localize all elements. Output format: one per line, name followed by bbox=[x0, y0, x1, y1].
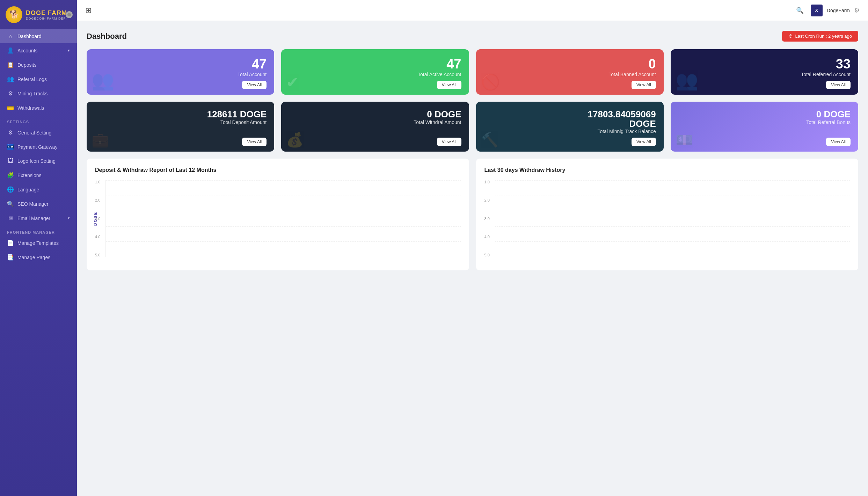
page-title: Dashboard bbox=[87, 32, 127, 41]
logo-title-plain: DOGE bbox=[26, 9, 48, 16]
sidebar-item-accounts[interactable]: 👤 Accounts ▾ bbox=[0, 43, 77, 58]
view-all-button[interactable]: View All bbox=[242, 138, 267, 146]
stats-row-2: 128611 DOGE Total Deposit Amount View Al… bbox=[87, 102, 858, 152]
manage-pages-icon: 📑 bbox=[7, 254, 14, 261]
stat-number: 47 bbox=[289, 57, 461, 72]
stat-card-mining-balance: 17803.84059069 DOGE Total Minnig Track B… bbox=[476, 102, 664, 152]
content-area: Dashboard ⏱ Last Cron Run : 2 years ago … bbox=[77, 21, 868, 496]
card-icon: 🚫 bbox=[481, 73, 500, 91]
sidebar-item-payment-gateway[interactable]: 🏧 Payment Gateway bbox=[0, 140, 77, 154]
stat-number: 0 bbox=[484, 57, 656, 72]
stat-label: Total Withdral Amount bbox=[289, 119, 461, 125]
frontend-manager-section-label: FRONTEND MANAGER bbox=[0, 225, 77, 236]
search-icon[interactable]: 🔍 bbox=[796, 7, 804, 14]
stat-card-deposit-amount: 128611 DOGE Total Deposit Amount View Al… bbox=[87, 102, 274, 152]
stat-card-total-referred: 33 Total Referred Account View All 👥 bbox=[671, 49, 858, 95]
sidebar-item-seo-manager[interactable]: 🔍 SEO Manager bbox=[0, 197, 77, 211]
sidebar-item-mining-tracks[interactable]: ⚙ Mining Tracks bbox=[0, 86, 77, 101]
sidebar-item-label: Manage Pages bbox=[17, 255, 50, 260]
view-all-button[interactable]: View All bbox=[437, 138, 461, 146]
logo-image: 🐕 bbox=[6, 6, 22, 23]
y-label: 5.0 bbox=[484, 253, 492, 257]
sidebar-item-label: General Setting bbox=[17, 130, 51, 136]
stat-card-total-account: 47 Total Account View All 👥 bbox=[87, 49, 274, 95]
sidebar-item-withdrawals[interactable]: 💳 Withdrawals bbox=[0, 101, 77, 115]
logo-text: DOGE FARM DOGECOIN FARM DEFI bbox=[26, 9, 67, 20]
sidebar-item-label: Referral Logs bbox=[17, 76, 47, 82]
sidebar-item-label: Email Manager bbox=[17, 216, 50, 221]
stat-label: Total Minnig Track Balance bbox=[484, 129, 656, 134]
view-all-button[interactable]: View All bbox=[437, 81, 461, 89]
sidebar-item-manage-templates[interactable]: 📄 Manage Templates bbox=[0, 236, 77, 250]
sidebar-item-general-setting[interactable]: ⚙ General Setting bbox=[0, 125, 77, 140]
clock-icon: ⏱ bbox=[788, 34, 793, 39]
sidebar-item-label: Payment Gateway bbox=[17, 144, 57, 150]
stat-card-referral-bonus: 0 DOGE Total Referral Bonus View All 💵 bbox=[671, 102, 858, 152]
language-icon: 🌐 bbox=[7, 186, 14, 193]
general-setting-icon: ⚙ bbox=[7, 129, 14, 136]
grid-line bbox=[106, 180, 461, 181]
sidebar: 🐕 DOGE FARM DOGECOIN FARM DEFI ⌂ Dashboa… bbox=[0, 0, 77, 496]
stat-number: 17803.84059069 bbox=[484, 109, 656, 119]
sidebar-item-dashboard[interactable]: ⌂ Dashboard bbox=[0, 29, 77, 43]
expand-icon[interactable]: ⊞ bbox=[85, 6, 92, 15]
card-icon: 💰 bbox=[286, 132, 304, 148]
cron-label: Last Cron Run : 2 years ago bbox=[795, 34, 852, 39]
chart-wrapper: 5.0 4.0 3.0 2.0 1.0 DOGE bbox=[95, 180, 461, 257]
topbar-settings-icon[interactable]: ⚙ bbox=[854, 7, 860, 14]
grid-line bbox=[106, 226, 461, 227]
chart-title: Last 30 days Withdraw History bbox=[484, 167, 850, 173]
chart-title: Deposit & Withdraw Report of Last 12 Mon… bbox=[95, 167, 461, 173]
logo-title-colored: FARM bbox=[48, 9, 67, 16]
topbar-username: DogeFarm bbox=[827, 8, 850, 13]
y-label: 4.0 bbox=[484, 235, 492, 239]
stat-number-2: DOGE bbox=[484, 119, 656, 129]
stat-card-total-active: 47 Total Active Account View All ✔ bbox=[281, 49, 469, 95]
sidebar-toggle-dot[interactable] bbox=[66, 11, 73, 18]
stat-label: Total Referred Account bbox=[678, 72, 851, 77]
sidebar-item-label: Manage Templates bbox=[17, 240, 59, 246]
sidebar-item-deposits[interactable]: 📋 Deposits bbox=[0, 58, 77, 72]
view-all-button[interactable]: View All bbox=[632, 81, 656, 89]
extensions-icon: 🧩 bbox=[7, 172, 14, 178]
grid-line bbox=[495, 241, 850, 242]
sidebar-item-label: Deposits bbox=[17, 62, 36, 68]
charts-row: Deposit & Withdraw Report of Last 12 Mon… bbox=[87, 159, 858, 270]
y-label: 3.0 bbox=[484, 217, 492, 221]
sidebar-item-label: SEO Manager bbox=[17, 201, 49, 207]
card-icon: ✔ bbox=[286, 73, 299, 91]
stat-label: Total Referral Bonus bbox=[678, 119, 851, 125]
sidebar-item-email-manager[interactable]: ✉ Email Manager ▾ bbox=[0, 211, 77, 225]
chevron-down-icon: ▾ bbox=[68, 216, 70, 220]
y-axis-label: DOGE bbox=[93, 211, 97, 225]
sidebar-item-extensions[interactable]: 🧩 Extensions bbox=[0, 168, 77, 182]
stat-label: Total Deposit Amount bbox=[94, 119, 267, 125]
stat-number: 47 bbox=[94, 57, 267, 72]
sidebar-item-referral-logs[interactable]: 👥 Referral Logs bbox=[0, 72, 77, 86]
view-all-button[interactable]: View All bbox=[826, 138, 851, 146]
view-all-button[interactable]: View All bbox=[632, 138, 656, 146]
card-icon: 👥 bbox=[92, 70, 114, 91]
sidebar-item-logo-icon-setting[interactable]: 🖼 Logo Icon Setting bbox=[0, 154, 77, 168]
manage-templates-icon: 📄 bbox=[7, 240, 14, 246]
cron-badge: ⏱ Last Cron Run : 2 years ago bbox=[782, 31, 858, 42]
stat-label: Total Active Account bbox=[289, 72, 461, 77]
view-all-button[interactable]: View All bbox=[826, 81, 851, 89]
sidebar-item-label: Extensions bbox=[17, 173, 41, 178]
chart-withdraw-history: Last 30 days Withdraw History 5.0 4.0 3.… bbox=[476, 159, 859, 270]
avatar: X bbox=[811, 5, 823, 16]
stat-label: Total Account bbox=[94, 72, 267, 77]
chart-plot: DOGE bbox=[105, 180, 461, 257]
page-header: Dashboard ⏱ Last Cron Run : 2 years ago bbox=[87, 31, 858, 42]
card-icon: 👥 bbox=[676, 70, 698, 91]
stat-number: 0 DOGE bbox=[678, 109, 851, 119]
sidebar-logo: 🐕 DOGE FARM DOGECOIN FARM DEFI bbox=[0, 0, 77, 29]
sidebar-item-label: Mining Tracks bbox=[17, 91, 48, 96]
logo-subtitle: DOGECOIN FARM DEFI bbox=[26, 17, 67, 20]
sidebar-item-manage-pages[interactable]: 📑 Manage Pages bbox=[0, 250, 77, 264]
view-all-button[interactable]: View All bbox=[242, 81, 267, 89]
chart-deposit-withdraw: Deposit & Withdraw Report of Last 12 Mon… bbox=[87, 159, 469, 270]
grid-line bbox=[495, 226, 850, 227]
sidebar-item-language[interactable]: 🌐 Language bbox=[0, 182, 77, 197]
main-area: ⊞ 🔍 X DogeFarm ⚙ Dashboard ⏱ Last Cron R… bbox=[77, 0, 868, 496]
